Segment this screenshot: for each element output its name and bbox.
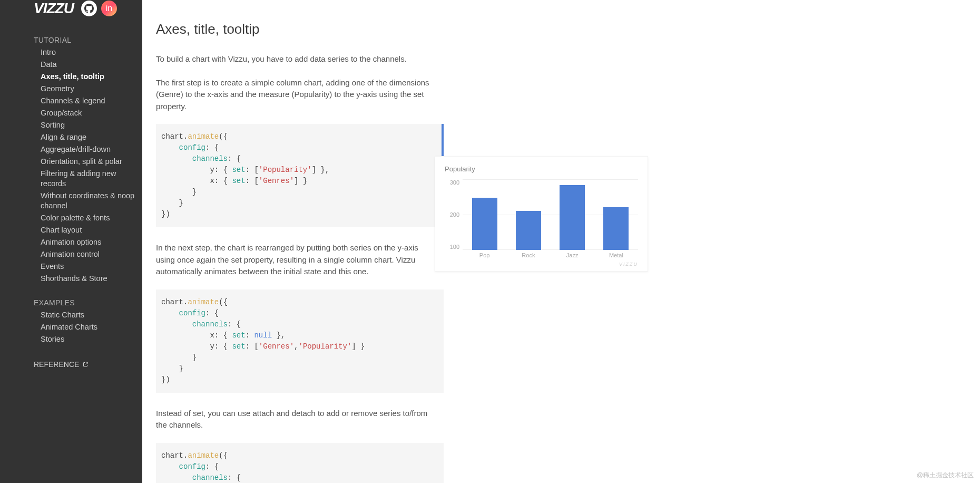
examples-heading: EXAMPLES — [34, 295, 142, 309]
sidebar-item-color-palette-fonts[interactable]: Color palette & fonts — [41, 213, 137, 223]
sidebar-item-chart-layout[interactable]: Chart layout — [41, 225, 137, 235]
sidebar-item-stories[interactable]: Stories — [41, 334, 137, 344]
sidebar-item-events[interactable]: Events — [41, 262, 137, 272]
x-label-pop: Pop — [472, 252, 497, 258]
x-label-metal: Metal — [603, 252, 629, 258]
logo: VIZZU — [34, 0, 74, 17]
code-block-3: chart.animate({ config: { channels: { y:… — [156, 443, 444, 484]
examples-list: Static ChartsAnimated ChartsStories — [34, 309, 142, 345]
chart-area: 300200100 PopRockJazzMetal — [445, 179, 638, 258]
sidebar-item-filtering-adding-new-records[interactable]: Filtering & adding new records — [41, 169, 137, 189]
intro-paragraph-1: To build a chart with Vizzu, you have to… — [156, 53, 435, 65]
reference-label: REFERENCE — [34, 360, 79, 369]
sidebar-item-sorting[interactable]: Sorting — [41, 120, 137, 130]
chart-x-labels: PopRockJazzMetal — [463, 252, 638, 258]
chart-brand: VIZZU — [445, 258, 638, 267]
external-link-icon — [82, 361, 89, 368]
sidebar-item-animated-charts[interactable]: Animated Charts — [41, 322, 137, 332]
sidebar-header: VIZZU in — [0, 0, 142, 27]
sidebar-item-animation-options[interactable]: Animation options — [41, 237, 137, 247]
sidebar-item-without-coordinates-noop-channel[interactable]: Without coordinates & noop channel — [41, 191, 137, 211]
bar-metal — [603, 207, 629, 250]
sidebar-item-shorthands-store[interactable]: Shorthands & Store — [41, 274, 137, 284]
watermark: @稀土掘金技术社区 — [917, 471, 974, 480]
sidebar-item-data[interactable]: Data — [41, 60, 137, 70]
code-block-2: chart.animate({ config: { channels: { x:… — [156, 289, 444, 393]
reference-link[interactable]: REFERENCE — [0, 351, 142, 374]
sidebar-item-intro[interactable]: Intro — [41, 47, 137, 57]
sidebar-item-channels-legend[interactable]: Channels & legend — [41, 96, 137, 106]
x-label-rock: Rock — [516, 252, 541, 258]
sidebar-item-orientation-split-polar[interactable]: Orientation, split & polar — [41, 157, 137, 167]
y-tick: 100 — [445, 244, 459, 250]
chart-title: Popularity — [445, 165, 638, 173]
paragraph-3: In the next step, the chart is rearrange… — [156, 242, 435, 278]
sidebar-item-align-range[interactable]: Align & range — [41, 132, 137, 142]
sidebar-item-geometry[interactable]: Geometry — [41, 84, 137, 94]
chart-card: Popularity 300200100 PopRockJazzMetal VI… — [435, 156, 648, 272]
tutorial-list: IntroDataAxes, title, tooltipGeometryCha… — [34, 46, 142, 285]
intro-paragraph-2: The first step is to create a simple col… — [156, 77, 435, 113]
chart-bars — [463, 179, 638, 250]
sidebar-item-animation-control[interactable]: Animation control — [41, 249, 137, 259]
y-tick: 200 — [445, 211, 459, 218]
examples-section: EXAMPLES Static ChartsAnimated ChartsSto… — [0, 290, 142, 351]
invision-icon[interactable]: in — [101, 1, 117, 16]
page-title: Axes, title, tooltip — [156, 21, 643, 37]
sidebar-item-static-charts[interactable]: Static Charts — [41, 310, 137, 320]
sidebar-item-axes-title-tooltip[interactable]: Axes, title, tooltip — [41, 72, 137, 82]
bar-rock — [516, 211, 541, 250]
bar-jazz — [560, 185, 585, 250]
paragraph-4: Instead of set, you can use attach and d… — [156, 408, 435, 431]
github-icon[interactable] — [81, 1, 97, 16]
code-block-1: chart.animate({ config: { channels: { y:… — [156, 124, 444, 227]
sidebar-item-aggregate-drill-down[interactable]: Aggregate/drill-down — [41, 144, 137, 154]
tutorial-heading: TUTORIAL — [34, 33, 142, 46]
sidebar-item-group-stack[interactable]: Group/stack — [41, 108, 137, 118]
header-social-icons: in — [81, 1, 117, 16]
x-label-jazz: Jazz — [560, 252, 585, 258]
sidebar: VIZZU in TUTORIAL IntroDataAxes, title, … — [0, 0, 142, 483]
bar-pop — [472, 198, 497, 250]
tutorial-section: TUTORIAL IntroDataAxes, title, tooltipGe… — [0, 27, 142, 290]
y-tick: 300 — [445, 179, 459, 186]
chart-y-labels: 300200100 — [445, 179, 459, 258]
